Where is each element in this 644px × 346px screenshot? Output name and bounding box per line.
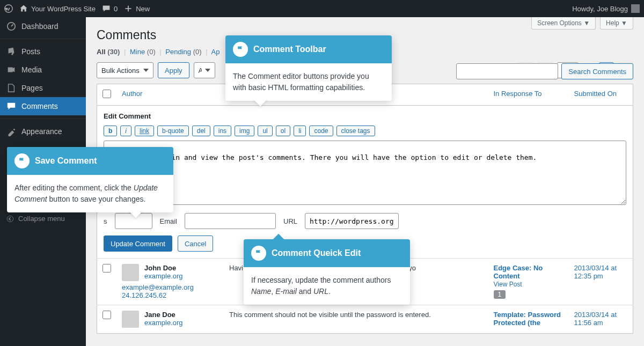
sidebar-item-pages[interactable]: Pages <box>0 79 86 97</box>
wp-logo-icon[interactable] <box>4 4 13 13</box>
quicktags-toolbar: b i link b-quote del ins img ul ol li co… <box>104 126 626 136</box>
qt-code-button[interactable]: code <box>309 126 333 136</box>
author-site-link[interactable]: example.org <box>144 272 183 280</box>
email-label: Email <box>160 217 178 225</box>
response-link[interactable]: Template: Password Protected (the <box>494 311 561 327</box>
response-link[interactable]: Edge Case: No Content <box>494 264 543 280</box>
name-label: s <box>104 217 107 225</box>
filter-approved[interactable]: Ap <box>211 48 220 56</box>
comments-bubble[interactable]: 0 <box>102 4 118 13</box>
popover-save-comment: Save Comment After editing the comment, … <box>7 147 173 212</box>
apply-button[interactable]: Apply <box>158 62 189 78</box>
row-checkbox[interactable] <box>103 311 111 319</box>
filter-mine[interactable]: Mine (0) <box>130 48 156 56</box>
sidebar-item-label: Appearance <box>21 127 62 136</box>
edit-comment-row: Edit Comment b i link b-quote del ins im… <box>97 106 633 259</box>
filter-all[interactable]: All (30) <box>97 48 120 56</box>
sidebar-item-label: Media <box>21 65 42 74</box>
qt-link-button[interactable]: link <box>135 126 154 136</box>
bulk-actions-select[interactable]: Bulk Actions <box>97 62 153 78</box>
date-link[interactable]: 2013/03/14 at 12:35 pm <box>574 264 617 280</box>
update-comment-button[interactable]: Update Comment <box>104 235 172 252</box>
avatar-icon <box>631 4 640 13</box>
site-name[interactable]: Your WordPress Site <box>19 4 96 13</box>
comment-text: This comment should not be visible until… <box>224 305 488 334</box>
date-link[interactable]: 2013/03/14 at 11:56 am <box>574 311 617 327</box>
sidebar-item-comments[interactable]: Comments <box>0 97 86 115</box>
qt-bold-button[interactable]: b <box>104 126 117 136</box>
screen-options-button[interactable]: Screen Options ▼ <box>531 17 596 30</box>
popover-quick-edit: Comment Queick Edit If necessary, update… <box>244 239 410 305</box>
admin-bar: Your WordPress Site 0 New Howdy, Joe Blo… <box>0 0 644 17</box>
flag-icon <box>251 246 266 261</box>
qt-img-button[interactable]: img <box>235 126 254 136</box>
sidebar-item-label: Comments <box>21 102 58 111</box>
sidebar-item-dashboard[interactable]: Dashboard <box>0 17 86 35</box>
sidebar-item-label: Pages <box>21 84 43 92</box>
col-author[interactable]: Author <box>122 90 142 98</box>
search-box: Search Comments <box>456 63 633 79</box>
help-button[interactable]: Help ▼ <box>600 17 633 30</box>
col-submitted[interactable]: Submitted On <box>574 90 617 98</box>
select-all-checkbox[interactable] <box>103 90 111 98</box>
table-row: Jane Doe example.org This comment should… <box>97 305 633 334</box>
comment-count-badge[interactable]: 1 <box>494 290 506 299</box>
col-response[interactable]: In Response To <box>494 90 542 98</box>
search-input[interactable] <box>456 63 558 79</box>
popover-comment-toolbar: Comment Toolbar The Comment editor butto… <box>225 35 392 101</box>
qt-blockquote-button[interactable]: b-quote <box>157 126 189 136</box>
filter-pending[interactable]: Pending (0) <box>165 48 201 56</box>
author-email-input[interactable] <box>185 213 276 229</box>
qt-ol-button[interactable]: ol <box>276 126 290 136</box>
sidebar-item-appearance[interactable]: Appearance <box>0 119 86 141</box>
qt-italic-button[interactable]: i <box>120 126 131 136</box>
qt-li-button[interactable]: li <box>294 126 306 136</box>
author-site-link[interactable]: example.org <box>144 319 183 327</box>
edit-comment-title: Edit Comment <box>104 112 626 120</box>
author-name: Jane Doe <box>144 311 183 319</box>
comment-editor[interactable]: omment. ment, just log in and view the p… <box>104 141 626 205</box>
howdy-user[interactable]: Howdy, Joe Blogg <box>572 4 640 13</box>
avatar <box>122 264 139 281</box>
author-name: John Doe <box>144 264 183 272</box>
cancel-button[interactable]: Cancel <box>178 235 213 252</box>
comment-types-select[interactable]: Al <box>194 62 215 78</box>
avatar <box>122 311 139 328</box>
qt-ul-button[interactable]: ul <box>258 126 272 136</box>
search-comments-button[interactable]: Search Comments <box>561 63 633 79</box>
author-email-link[interactable]: example@example.org <box>122 283 194 291</box>
collapse-menu[interactable]: Collapse menu <box>0 210 86 227</box>
sidebar-item-media[interactable]: Media <box>0 61 86 79</box>
qt-close-button[interactable]: close tags <box>336 126 375 136</box>
view-post-link[interactable]: View Post <box>494 281 522 288</box>
qt-ins-button[interactable]: ins <box>214 126 231 136</box>
new-content[interactable]: New <box>124 4 150 13</box>
sidebar-item-label: Dashboard <box>21 22 58 31</box>
author-ip-link[interactable]: 24.126.245.62 <box>122 291 166 299</box>
flag-icon <box>14 153 30 168</box>
sidebar-item-label: Posts <box>21 47 40 56</box>
flag-icon <box>233 42 248 57</box>
author-url-input[interactable] <box>305 213 399 229</box>
sidebar-item-posts[interactable]: Posts <box>0 39 86 61</box>
row-checkbox[interactable] <box>103 264 111 273</box>
svg-point-2 <box>7 216 13 222</box>
qt-del-button[interactable]: del <box>192 126 210 136</box>
url-label: URL <box>283 217 297 225</box>
